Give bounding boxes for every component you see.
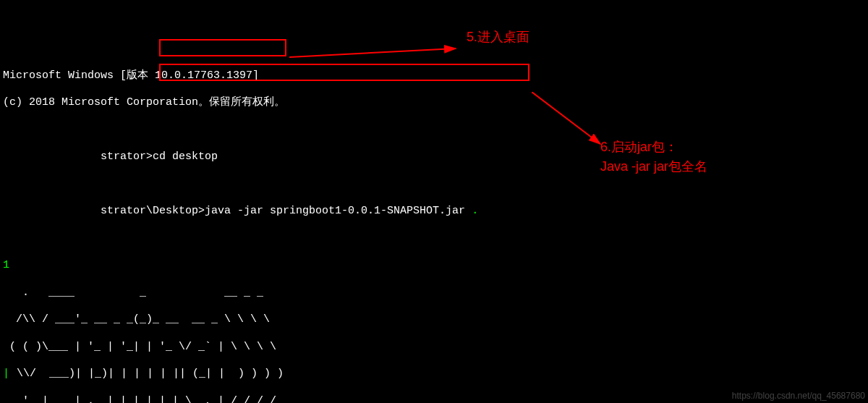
- os-version-line: Microsoft Windows [版本 10.0.17763.1397]: [3, 69, 865, 83]
- spring-banner: \\/ ___)| |_)| | | | | || (_| | ) ) ) ): [4, 368, 284, 380]
- spring-banner: ( ( )\___ | '_ | '_| | '_ \/ _` | \ \ \ …: [3, 341, 865, 355]
- prompt-java-jar: C:\Users\Administrator\Desktop>java -jar…: [3, 205, 865, 219]
- terminal-window[interactable]: Microsoft Windows [版本 10.0.17763.1397] (…: [0, 54, 868, 403]
- annotation-5: 5.进入桌面: [467, 29, 529, 46]
- annotation-6: 6.启动jar包： Java -jar jar包全名: [600, 137, 707, 177]
- spring-banner: /\\ / ___'_ __ _ _(_)_ __ __ _ \ \ \ \: [3, 313, 865, 327]
- spring-banner: . ____ _ __ _ _: [3, 287, 865, 300]
- watermark: https://blog.csdn.net/qq_45687680: [732, 391, 865, 402]
- copyright-line: (c) 2018 Microsoft Corporation。保留所有权利。: [3, 96, 865, 110]
- prompt-cd-desktop: C:\Users\Administrator>cd desktop: [3, 150, 865, 164]
